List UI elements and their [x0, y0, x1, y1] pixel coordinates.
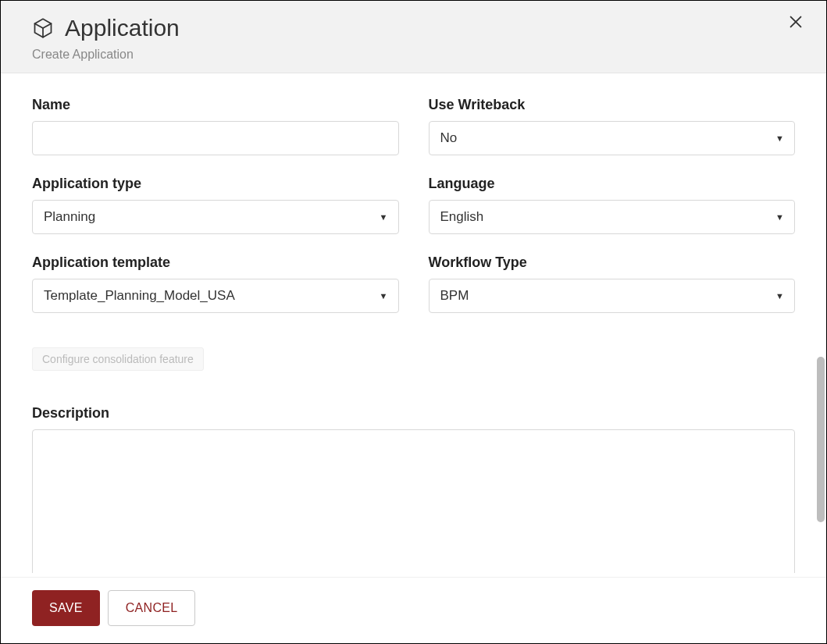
cancel-button[interactable]: CANCEL — [108, 590, 196, 626]
workflow-label: Workflow Type — [429, 254, 796, 271]
dialog-content: Name Use Writeback No ▼ Application type… — [1, 73, 826, 573]
apptype-label: Application type — [32, 176, 399, 192]
language-value: English — [440, 209, 484, 225]
dialog-title: Application — [65, 15, 180, 41]
writeback-group: Use Writeback No ▼ — [429, 97, 796, 155]
language-label: Language — [429, 176, 796, 192]
name-group: Name — [32, 97, 399, 155]
writeback-label: Use Writeback — [429, 97, 796, 113]
description-textarea[interactable] — [32, 429, 795, 573]
apptype-value: Planning — [44, 209, 95, 225]
language-group: Language English ▼ — [429, 176, 796, 234]
dialog-header: Application Create Application — [1, 1, 826, 73]
dialog-subtitle: Create Application — [32, 48, 795, 62]
name-label: Name — [32, 97, 399, 113]
writeback-select[interactable]: No — [429, 121, 796, 155]
scrollbar-thumb[interactable] — [817, 357, 825, 522]
configure-row: Configure consolidation feature — [32, 333, 795, 385]
workflow-value: BPM — [440, 288, 469, 304]
name-input[interactable] — [32, 121, 399, 155]
template-label: Application template — [32, 254, 399, 271]
cube-icon — [32, 17, 54, 39]
configure-consolidation-button[interactable]: Configure consolidation feature — [32, 347, 204, 371]
dialog-footer: SAVE CANCEL — [1, 577, 826, 643]
workflow-group: Workflow Type BPM ▼ — [429, 254, 796, 313]
apptype-group: Application type Planning ▼ — [32, 176, 399, 234]
apptype-select[interactable]: Planning — [32, 200, 399, 234]
language-select[interactable]: English — [429, 200, 796, 234]
template-value: Template_Planning_Model_USA — [44, 288, 235, 304]
description-group: Description — [32, 405, 795, 573]
template-group: Application template Template_Planning_M… — [32, 254, 399, 313]
writeback-value: No — [440, 130, 458, 146]
save-button[interactable]: SAVE — [32, 590, 100, 626]
close-button[interactable] — [787, 13, 804, 34]
workflow-select[interactable]: BPM — [429, 279, 796, 313]
template-select[interactable]: Template_Planning_Model_USA — [32, 279, 399, 313]
description-label: Description — [32, 405, 795, 422]
